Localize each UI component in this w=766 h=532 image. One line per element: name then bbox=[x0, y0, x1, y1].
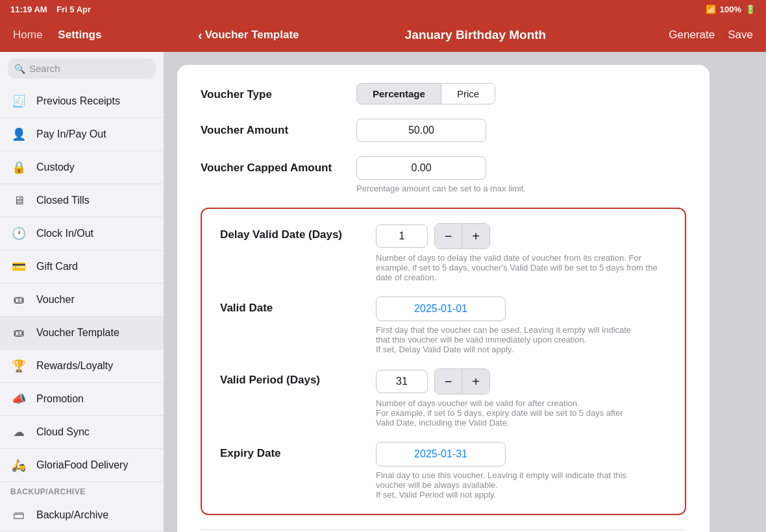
main-layout: 🔍 Search 🧾 Previous Receipts 👤 Pay In/Pa… bbox=[0, 52, 766, 532]
delay-decrement-btn[interactable]: − bbox=[435, 224, 462, 248]
sidebar-item-previous-receipts[interactable]: 🧾 Previous Receipts bbox=[0, 85, 164, 118]
status-time: 11:19 AM bbox=[10, 5, 47, 14]
sidebar-label-cloud-sync: Cloud Sync bbox=[36, 426, 90, 438]
valid-period-label: Valid Period (Days) bbox=[220, 369, 376, 387]
voucher-capped-label: Voucher Capped Amount bbox=[201, 156, 356, 175]
back-arrow-icon: ‹ bbox=[198, 28, 203, 43]
sidebar-item-clock-in-out[interactable]: 🕐 Clock In/Out bbox=[0, 217, 164, 250]
sidebar-item-backup[interactable]: 🗃 Backup/Archive bbox=[0, 499, 164, 532]
nav-left: Home Settings bbox=[13, 29, 198, 42]
sidebar-label-rewards-loyalty: Rewards/Loyalty bbox=[36, 360, 113, 372]
valid-date-input[interactable]: 2025-01-01 bbox=[376, 296, 506, 321]
expiry-date-label: Expiry Date bbox=[220, 442, 376, 460]
sidebar-label-backup: Backup/Archive bbox=[36, 509, 108, 521]
rewards-loyalty-icon: 🏆 bbox=[10, 357, 27, 374]
sidebar-item-pay-in-out[interactable]: 👤 Pay In/Pay Out bbox=[0, 118, 164, 151]
delay-increment-btn[interactable]: + bbox=[462, 224, 489, 248]
search-box[interactable]: 🔍 Search bbox=[8, 58, 156, 79]
content-area: Voucher Type Percentage Price Voucher Am… bbox=[164, 52, 766, 532]
valid-date-control: 2025-01-01 First day that the voucher ca… bbox=[376, 296, 667, 354]
sidebar-item-gift-card[interactable]: 💳 Gift Card bbox=[0, 250, 164, 284]
sidebar-label-voucher-template: Voucher Template bbox=[36, 327, 119, 339]
sidebar-label-closed-tills: Closed Tills bbox=[36, 195, 90, 206]
expiry-date-row: Expiry Date 2025-01-31 Final day to use … bbox=[220, 442, 667, 500]
sidebar-item-voucher[interactable]: 🎟 Voucher bbox=[0, 284, 164, 317]
delay-stepper: 1 − + bbox=[376, 223, 667, 249]
nav-title: ‹ Voucher Template bbox=[198, 28, 383, 43]
clock-in-out-icon: 🕐 bbox=[10, 225, 27, 242]
delay-stepper-btns: − + bbox=[434, 223, 490, 249]
home-nav-link[interactable]: Home bbox=[13, 29, 42, 42]
valid-period-value: 31 bbox=[376, 370, 428, 393]
sidebar-item-voucher-template[interactable]: 🎟 Voucher Template bbox=[0, 317, 164, 350]
sidebar-label-previous-receipts: Previous Receipts bbox=[36, 95, 120, 107]
voucher-template-icon: 🎟 bbox=[10, 324, 27, 341]
voucher-capped-hint: Percentage amount can be set to a max li… bbox=[356, 184, 686, 193]
save-button[interactable]: Save bbox=[728, 29, 753, 42]
seg-percentage-btn[interactable]: Percentage bbox=[357, 84, 441, 104]
period-stepper-btns: − + bbox=[434, 369, 490, 394]
delay-valid-control: 1 − + Number of days to delay the valid … bbox=[376, 223, 667, 282]
valid-period-control: 31 − + Number of days voucher will be va… bbox=[376, 369, 667, 428]
valid-date-row: Valid Date 2025-01-01 First day that the… bbox=[220, 296, 667, 354]
status-time-date: 11:19 AM Fri 5 Apr bbox=[10, 5, 91, 14]
generate-button[interactable]: Generate bbox=[669, 29, 715, 42]
sidebar-label-custody: Custody bbox=[36, 162, 75, 173]
sidebar: 🔍 Search 🧾 Previous Receipts 👤 Pay In/Pa… bbox=[0, 52, 164, 532]
sidebar-item-cloud-sync[interactable]: ☁ Cloud Sync bbox=[0, 416, 164, 449]
voucher-icon: 🎟 bbox=[10, 291, 27, 308]
status-bar: 11:19 AM Fri 5 Apr 📶 100% 🔋 bbox=[0, 0, 766, 18]
delay-valid-label: Delay Valid Date (Days) bbox=[220, 223, 376, 241]
battery-text: 100% bbox=[720, 5, 741, 14]
sidebar-item-closed-tills[interactable]: 🖥 Closed Tills bbox=[0, 184, 164, 217]
cloud-sync-icon: ☁ bbox=[10, 424, 27, 441]
voucher-type-row: Voucher Type Percentage Price bbox=[201, 83, 686, 104]
expiry-date-control: 2025-01-31 Final day to use this voucher… bbox=[376, 442, 667, 500]
back-button[interactable]: ‹ Voucher Template bbox=[198, 28, 383, 43]
voucher-capped-input[interactable] bbox=[356, 156, 486, 180]
sidebar-label-voucher: Voucher bbox=[36, 294, 75, 306]
period-decrement-btn[interactable]: − bbox=[435, 369, 462, 394]
sidebar-search-area: 🔍 Search bbox=[0, 52, 164, 85]
sidebar-item-promotion[interactable]: 📣 Promotion bbox=[0, 383, 164, 416]
expiry-date-input[interactable]: 2025-01-31 bbox=[376, 442, 506, 466]
notes-section: - Use Generate button to quickly generat… bbox=[201, 529, 686, 532]
valid-period-hint: Number of days voucher will be valid for… bbox=[376, 398, 667, 428]
period-increment-btn[interactable]: + bbox=[462, 369, 489, 394]
voucher-type-control: Percentage Price bbox=[356, 83, 686, 104]
backup-icon: 🗃 bbox=[10, 507, 27, 524]
closed-tills-icon: 🖥 bbox=[10, 192, 27, 209]
previous-receipts-icon: 🧾 bbox=[10, 93, 27, 110]
backup-section-header: BACKUP/ARCHIVE bbox=[0, 482, 164, 499]
voucher-capped-control: Percentage amount can be set to a max li… bbox=[356, 156, 686, 193]
pay-in-out-icon: 👤 bbox=[10, 126, 27, 143]
expiry-date-hint: Final day to use this voucher. Leaving i… bbox=[376, 470, 667, 500]
valid-period-row: Valid Period (Days) 31 − + Number of day… bbox=[220, 369, 667, 428]
date-section: Delay Valid Date (Days) 1 − + Number of … bbox=[201, 208, 686, 515]
sidebar-item-gloria-food[interactable]: 🛵 GloriaFood Delivery bbox=[0, 449, 164, 482]
status-right: 📶 100% 🔋 bbox=[706, 5, 756, 14]
content-card: Voucher Type Percentage Price Voucher Am… bbox=[177, 65, 710, 532]
sidebar-item-rewards-loyalty[interactable]: 🏆 Rewards/Loyalty bbox=[0, 350, 164, 383]
sidebar-label-clock-in-out: Clock In/Out bbox=[36, 228, 93, 239]
sidebar-item-custody[interactable]: 🔒 Custody bbox=[0, 151, 164, 184]
sidebar-label-gloria-food: GloriaFood Delivery bbox=[36, 459, 128, 471]
status-date: Fri 5 Apr bbox=[56, 5, 91, 14]
valid-date-hint: First day that the voucher can be used. … bbox=[376, 325, 667, 354]
period-stepper: 31 − + bbox=[376, 369, 667, 394]
voucher-amount-input[interactable] bbox=[356, 119, 486, 142]
gloria-food-icon: 🛵 bbox=[10, 457, 27, 474]
sidebar-label-gift-card: Gift Card bbox=[36, 261, 78, 272]
custody-icon: 🔒 bbox=[10, 159, 27, 176]
voucher-amount-label: Voucher Amount bbox=[201, 119, 356, 137]
sidebar-label-pay-in-out: Pay In/Pay Out bbox=[36, 128, 106, 140]
back-label: Voucher Template bbox=[205, 29, 299, 42]
gift-card-icon: 💳 bbox=[10, 258, 27, 275]
seg-price-btn[interactable]: Price bbox=[441, 84, 495, 104]
nav-bar: Home Settings ‹ Voucher Template January… bbox=[0, 18, 766, 52]
sidebar-label-promotion: Promotion bbox=[36, 393, 84, 405]
settings-nav-link[interactable]: Settings bbox=[58, 29, 101, 42]
voucher-type-label: Voucher Type bbox=[201, 83, 356, 101]
voucher-amount-control bbox=[356, 119, 686, 142]
page-title: January Birthday Month bbox=[383, 28, 568, 42]
